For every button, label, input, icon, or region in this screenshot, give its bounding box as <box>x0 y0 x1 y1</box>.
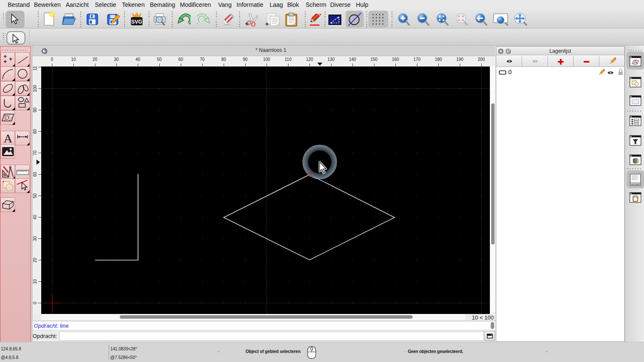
svg-text:110: 110 <box>33 66 37 70</box>
svg-text:10: 10 <box>33 279 37 284</box>
svg-text:60: 60 <box>33 172 37 177</box>
svg-text:command: command <box>631 183 640 185</box>
svg-text:A: A <box>3 132 12 145</box>
svg-text:50: 50 <box>33 193 37 199</box>
svg-text:90: 90 <box>33 108 37 113</box>
svg-text:40: 40 <box>33 215 37 220</box>
svg-text:0: 0 <box>33 302 37 304</box>
svg-text:100: 100 <box>33 85 37 92</box>
svg-text:80: 80 <box>33 129 37 134</box>
svg-text:SVG: SVG <box>131 19 142 25</box>
svg-text:20: 20 <box>33 258 37 263</box>
svg-text:70: 70 <box>33 151 37 156</box>
svg-text:30: 30 <box>33 236 37 241</box>
